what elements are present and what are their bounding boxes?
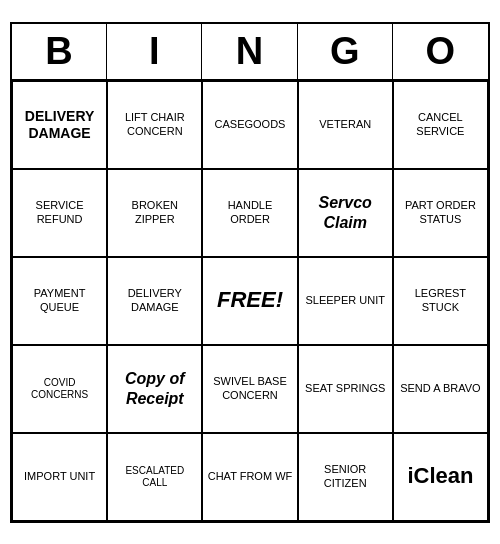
bingo-cell-2-1: DELIVERY DAMAGE [107, 257, 202, 345]
bingo-cell-0-0: Delivery Damage [12, 81, 107, 169]
bingo-cell-0-4: CANCEL SERVICE [393, 81, 488, 169]
bingo-header: BINGO [12, 24, 488, 81]
bingo-cell-2-2: Free! [202, 257, 297, 345]
bingo-cell-1-0: SERVICE REFUND [12, 169, 107, 257]
bingo-cell-4-4: iClean [393, 433, 488, 521]
bingo-cell-3-0: COVID CONCERNS [12, 345, 107, 433]
bingo-letter-n: N [202, 24, 297, 79]
bingo-cell-0-1: LIFT CHAIR CONCERN [107, 81, 202, 169]
bingo-cell-3-4: SEND A BRAVO [393, 345, 488, 433]
bingo-cell-3-1: Copy of Receipt [107, 345, 202, 433]
bingo-cell-2-0: PAYMENT QUEUE [12, 257, 107, 345]
bingo-card: BINGO Delivery DamageLIFT CHAIR CONCERNC… [10, 22, 490, 523]
bingo-cell-2-3: SLEEPER UNIT [298, 257, 393, 345]
bingo-cell-1-1: BROKEN ZIPPER [107, 169, 202, 257]
bingo-cell-3-2: SWIVEL BASE CONCERN [202, 345, 297, 433]
bingo-cell-4-0: IMPORT UNIT [12, 433, 107, 521]
bingo-letter-g: G [298, 24, 393, 79]
bingo-cell-1-2: HANDLE ORDER [202, 169, 297, 257]
bingo-cell-2-4: LEGREST STUCK [393, 257, 488, 345]
bingo-cell-4-1: ESCALATED CALL [107, 433, 202, 521]
bingo-cell-4-3: SENIOR CITIZEN [298, 433, 393, 521]
bingo-letter-o: O [393, 24, 488, 79]
bingo-grid: Delivery DamageLIFT CHAIR CONCERNCASEGOO… [12, 81, 488, 521]
bingo-cell-0-2: CASEGOODS [202, 81, 297, 169]
bingo-cell-4-2: CHAT FROM WF [202, 433, 297, 521]
bingo-cell-1-4: PART ORDER STATUS [393, 169, 488, 257]
bingo-letter-i: I [107, 24, 202, 79]
bingo-cell-1-3: Servco Claim [298, 169, 393, 257]
bingo-cell-3-3: SEAT SPRINGS [298, 345, 393, 433]
bingo-cell-0-3: VETERAN [298, 81, 393, 169]
bingo-letter-b: B [12, 24, 107, 79]
